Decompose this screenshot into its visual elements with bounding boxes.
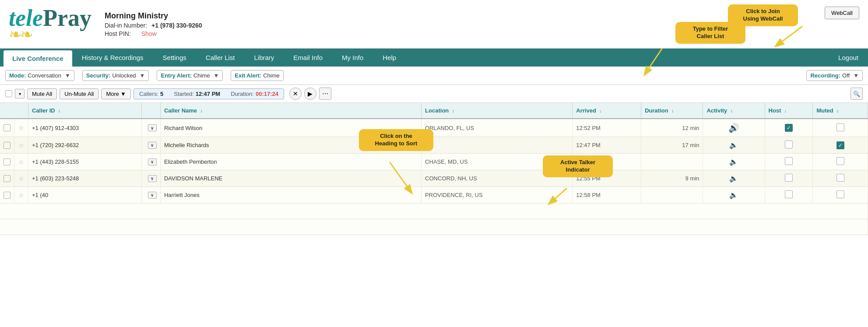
- unmute-all-button[interactable]: Un-Mute All: [60, 88, 98, 99]
- duration-value: 00:17:24: [256, 91, 278, 97]
- row-checkbox[interactable]: [4, 192, 11, 199]
- duration-cell: [641, 154, 703, 170]
- nav-history-recordings[interactable]: History & Recordings: [72, 49, 153, 67]
- mode-dropdown[interactable]: Mode: Conversation ▼: [5, 70, 74, 81]
- host-checkbox[interactable]: [785, 157, 793, 165]
- muted-checkbox[interactable]: [836, 157, 844, 165]
- row-checkbox[interactable]: [4, 175, 11, 182]
- host-cell[interactable]: [765, 137, 813, 154]
- dial-in-value: +1 (978) 330-9260: [151, 22, 202, 29]
- nav-live-conference[interactable]: Live Conference: [4, 50, 72, 67]
- host-pin-value[interactable]: Show: [141, 30, 157, 37]
- more-arrow-icon: ▼: [120, 91, 126, 97]
- row-checkbox-cell: [0, 154, 14, 170]
- location-cell: PROVIDENCE, RI, US: [422, 187, 573, 204]
- muted-checkbox[interactable]: [836, 174, 844, 182]
- th-muted[interactable]: Muted ↕: [813, 103, 868, 119]
- nav-library[interactable]: Library: [245, 49, 284, 67]
- activity-cell[interactable]: 🔊: [703, 119, 765, 137]
- th-arrived[interactable]: Arrived ↓: [573, 103, 641, 119]
- host-checkbox[interactable]: [785, 141, 793, 148]
- checkbox-dropdown-btn[interactable]: ▾: [15, 89, 25, 98]
- row-star[interactable]: ☆: [14, 154, 28, 170]
- more-button[interactable]: More ▼: [101, 88, 131, 99]
- activity-sort-icon: ↕: [731, 109, 733, 113]
- muted-checkbox[interactable]: ✓: [836, 141, 844, 149]
- select-all-checkbox[interactable]: [5, 90, 12, 97]
- caller-name-cell[interactable]: Harriett Jones: [160, 187, 421, 204]
- row-star[interactable]: ☆: [14, 170, 28, 187]
- nav-settings[interactable]: Settings: [153, 49, 196, 67]
- recording-arrow-icon: ▼: [853, 72, 859, 79]
- play-button[interactable]: ▶: [304, 88, 316, 100]
- row-star[interactable]: ☆: [14, 187, 28, 204]
- duration-cell: 17 min: [641, 137, 703, 154]
- stop-button[interactable]: ✕: [289, 88, 302, 100]
- duration-cell: 9 min: [641, 170, 703, 187]
- recording-dropdown[interactable]: Recording: Off ▼: [806, 70, 863, 81]
- nav-help[interactable]: Help: [373, 49, 406, 67]
- activity-cell[interactable]: 🔈: [703, 187, 765, 204]
- muted-cell[interactable]: [813, 119, 868, 137]
- activity-cell[interactable]: 🔈: [703, 154, 765, 170]
- muted-checkbox[interactable]: [836, 190, 844, 198]
- caller-name-cell[interactable]: Michelle Richards: [160, 137, 421, 154]
- host-cell[interactable]: ✓: [765, 119, 813, 137]
- svg-line-1: [645, 48, 662, 74]
- expand-button[interactable]: ∨: [148, 124, 157, 131]
- activity-cell[interactable]: 🔈: [703, 170, 765, 187]
- mode-label: Mode:: [9, 72, 26, 79]
- expand-button[interactable]: ∨: [148, 158, 157, 165]
- muted-checkbox[interactable]: [836, 123, 844, 131]
- security-dropdown[interactable]: Security: Unlocked ▼: [82, 70, 149, 81]
- muted-cell[interactable]: [813, 170, 868, 187]
- th-duration[interactable]: Duration ↕: [641, 103, 703, 119]
- muted-cell[interactable]: [813, 187, 868, 204]
- duration-cell: [641, 187, 703, 204]
- duration-sort-icon: ↕: [671, 109, 674, 113]
- muted-cell[interactable]: [813, 154, 868, 170]
- speaker-icon: 🔈: [729, 191, 738, 199]
- nav-caller-list[interactable]: Caller List: [196, 49, 245, 67]
- caller-name-cell[interactable]: Elizabeth Pemberton: [160, 154, 421, 170]
- row-checkbox[interactable]: [4, 142, 11, 149]
- nav-my-info[interactable]: My Info: [332, 49, 373, 67]
- muted-cell[interactable]: ✓: [813, 137, 868, 154]
- host-checkbox[interactable]: [785, 174, 793, 182]
- mute-all-button[interactable]: Mute All: [27, 88, 57, 99]
- callers-table: Caller ID ↕ Caller Name ↕ Location ↕ Arr…: [0, 103, 868, 235]
- mode-value: Conversation: [28, 72, 61, 79]
- host-checkbox[interactable]: [785, 190, 793, 198]
- search-button[interactable]: 🔍: [850, 88, 863, 100]
- th-caller-id[interactable]: Caller ID ↕: [28, 103, 142, 119]
- row-checkbox[interactable]: [4, 158, 11, 165]
- host-checkbox[interactable]: ✓: [785, 124, 793, 132]
- caller-name-cell[interactable]: DAVIDSON MARLENE: [160, 170, 421, 187]
- caller-id-cell: +1 (443) 228-5155: [28, 154, 142, 170]
- webcall-button[interactable]: WebCall: [825, 7, 859, 19]
- org-name: Morning Ministry: [105, 11, 202, 21]
- nav-email-info[interactable]: Email Info: [284, 49, 332, 67]
- host-cell[interactable]: [765, 187, 813, 204]
- row-star[interactable]: ☆: [14, 137, 28, 154]
- row-checkbox[interactable]: [4, 124, 11, 131]
- arrived-cell: 12:52 PM: [573, 119, 641, 137]
- expand-button[interactable]: ∨: [148, 142, 157, 149]
- entry-alert-dropdown[interactable]: Entry Alert: Chime ▼: [157, 70, 223, 81]
- row-star[interactable]: ☆: [14, 119, 28, 137]
- expand-button[interactable]: ∨: [148, 175, 157, 182]
- th-location[interactable]: Location ↕: [422, 103, 573, 119]
- th-host[interactable]: Host ↓: [765, 103, 813, 119]
- table-row: ☆+1 (40∨Harriett JonesPROVIDENCE, RI, US…: [0, 187, 868, 204]
- activity-cell[interactable]: 🔈: [703, 137, 765, 154]
- logout-button[interactable]: Logout: [829, 49, 868, 67]
- th-caller-name[interactable]: Caller Name ↕: [160, 103, 421, 119]
- expand-button[interactable]: ∨: [148, 192, 157, 199]
- duration-cell: 12 min: [641, 119, 703, 137]
- exit-alert-dropdown[interactable]: Exit Alert: Chime: [231, 70, 284, 81]
- host-cell[interactable]: [765, 170, 813, 187]
- caller-name-cell[interactable]: Richard Wilson: [160, 119, 421, 137]
- menu-button[interactable]: ⋯: [319, 88, 331, 100]
- host-cell[interactable]: [765, 154, 813, 170]
- th-activity[interactable]: Activity ↕: [703, 103, 765, 119]
